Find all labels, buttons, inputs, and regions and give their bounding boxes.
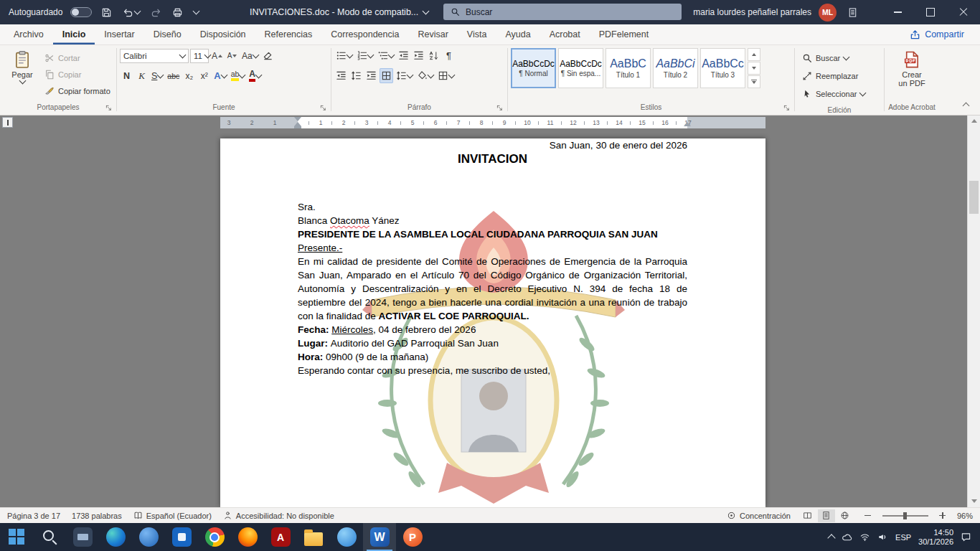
firefox-browser-button[interactable] [231,523,264,551]
Título 1[interactable]: AaBbC Título 1 [606,48,651,88]
language-tray-button[interactable]: ESP [895,533,911,542]
numbering-button[interactable] [355,48,374,63]
save-button[interactable] [100,6,113,19]
zoom-out-button[interactable] [862,510,874,522]
format-painter-button[interactable]: Copiar formato [42,83,113,98]
autosave-toggle[interactable] [70,7,92,17]
line-spacing-button[interactable] [395,68,414,83]
align-right-button[interactable] [364,68,378,83]
copy-button[interactable]: Copiar [42,67,113,82]
pdf-app-button[interactable]: P [396,523,429,551]
chrome-browser-button[interactable] [198,523,231,551]
clear-formatting-button[interactable] [261,48,275,63]
ribbon-tab[interactable]: Acrobat [540,24,590,44]
borders-button[interactable] [436,68,456,83]
justify-button[interactable] [380,68,393,83]
scrollbar-thumb[interactable] [969,181,979,214]
word-count[interactable]: 1738 palabras [72,512,122,520]
zoom-level[interactable]: 96% [957,512,973,520]
decrease-indent-button[interactable] [397,48,410,63]
first-line-indent-marker[interactable] [294,117,301,121]
ribbon-tab[interactable]: Inicio [53,24,95,44]
cut-button[interactable]: Cortar [42,50,113,65]
show-paragraph-marks-button[interactable]: ¶ [442,48,456,63]
font-dialog-launcher[interactable] [319,103,329,113]
align-left-button[interactable] [334,68,348,83]
file-explorer-button[interactable] [297,523,330,551]
italic-button[interactable]: K [135,68,149,83]
right-indent-marker[interactable] [684,122,691,126]
font-color-button[interactable]: A [248,68,263,83]
redo-button[interactable] [149,6,163,19]
minimize-button[interactable] [881,0,914,24]
underline-button[interactable]: S [150,68,164,83]
tray-expand-button[interactable] [829,533,834,541]
start-button[interactable] [0,523,33,551]
Título 3[interactable]: AaBbCc Título 3 [700,48,745,88]
shading-button[interactable] [415,68,435,83]
print-layout-button[interactable] [818,509,835,522]
ribbon-tab[interactable]: Insertar [95,24,143,44]
zoom-slider-thumb[interactable] [903,512,907,519]
highlight-color-button[interactable]: ab [230,68,247,83]
bold-button[interactable]: N [120,68,133,83]
zoom-in-button[interactable] [937,510,948,522]
task-view-button[interactable] [66,523,99,551]
web-layout-button[interactable] [837,509,854,522]
close-button[interactable] [947,0,980,24]
font-family-select[interactable]: Calibri [120,49,189,63]
change-case-button[interactable]: Aa [240,48,260,63]
collapse-ribbon-button[interactable] [957,98,974,111]
document-title-menu[interactable]: INVITACIONES.doc - Modo de compatib... [250,0,428,24]
read-mode-button[interactable] [799,509,816,522]
word-button[interactable]: W [363,523,396,551]
superscript-button[interactable]: x² [197,68,211,83]
undo-button[interactable] [121,6,141,19]
acrobat-button[interactable]: A [264,523,297,551]
ribbon-tab[interactable]: Ayuda [496,24,540,44]
left-indent-marker[interactable] [294,126,301,128]
ribbon-tab[interactable]: Disposición [191,24,255,44]
increase-indent-button[interactable] [412,48,425,63]
horizontal-ruler[interactable]: 321 1234567891011121314151617 [220,117,765,128]
text-effects-button[interactable]: A [212,68,227,83]
find-button[interactable]: Buscar [799,50,868,65]
app-blue-round-button[interactable] [132,523,165,551]
ribbon-display-options-button[interactable] [839,0,865,24]
page-indicator[interactable]: Página 3 de 17 [7,512,60,520]
quick-print-button[interactable] [171,6,184,19]
styles-scroll-down-button[interactable] [748,62,760,75]
bullets-button[interactable] [334,48,354,63]
create-pdf-button[interactable]: Crearun PDF [892,47,931,102]
focus-mode-button[interactable]: Concentración [727,511,791,520]
network-tray-button[interactable] [859,532,870,542]
select-button[interactable]: Seleccionar [799,86,868,101]
ribbon-tab[interactable]: Revisar [408,24,457,44]
onedrive-tray-button[interactable] [842,532,852,542]
account-area[interactable]: maria lourdes peñafiel parrales ML [693,0,837,24]
volume-tray-button[interactable] [877,532,888,542]
ribbon-tab[interactable]: Correspondencia [321,24,408,44]
paragraph-dialog-launcher[interactable] [496,103,505,113]
paste-button[interactable]: Pegar [3,47,42,102]
styles-more-button[interactable] [748,75,760,88]
ribbon-tab[interactable]: Diseño [144,24,191,44]
align-center-button[interactable] [349,68,363,83]
accessibility-checker[interactable]: Accesibilidad: No disponible [223,511,334,520]
app-blue-round-2-button[interactable] [330,523,363,551]
strikethrough-button[interactable]: abc [166,68,181,83]
ribbon-tab[interactable]: Archivo [4,24,53,44]
ribbon-tab[interactable]: Vista [458,24,496,44]
clipboard-dialog-launcher[interactable] [105,103,114,113]
search-button[interactable] [33,523,66,551]
ribbon-tab[interactable]: PDFelement [590,24,658,44]
multilevel-list-button[interactable] [376,48,395,63]
edge-browser-button[interactable] [99,523,132,551]
styles-scroll-up-button[interactable] [748,48,760,61]
document-content[interactable]: San Juan, 30 de enero del 2026 INVITACIO… [220,138,765,377]
clock-tray-button[interactable]: 14:5030/1/2026 [918,528,953,547]
Título 2[interactable]: AaBbCi Título 2 [653,48,698,88]
action-center-button[interactable] [961,532,971,542]
shrink-font-button[interactable]: A [225,48,239,63]
search-box[interactable]: Buscar [443,4,682,20]
